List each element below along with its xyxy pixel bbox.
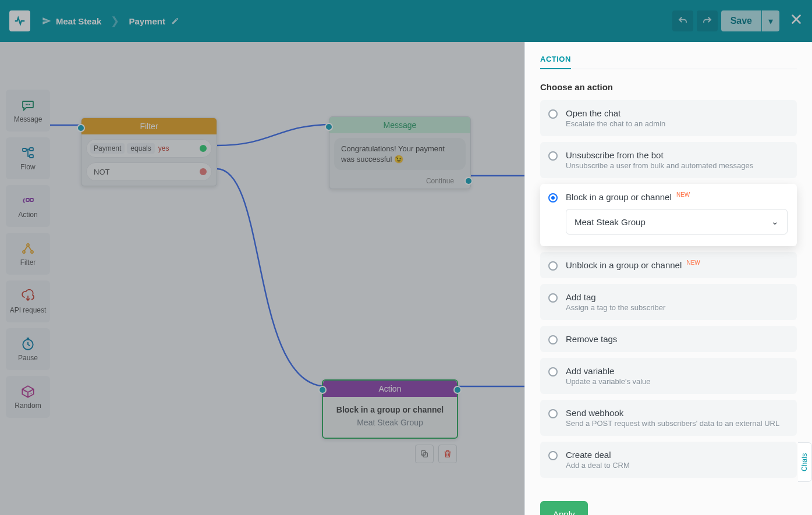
message-continue-port[interactable]: [464, 177, 473, 185]
opt-add-tag-label: Add tag: [566, 292, 788, 302]
node-filter-port-in[interactable]: [77, 124, 85, 132]
message-continue-label: Continue: [426, 177, 454, 185]
undo-button[interactable]: [672, 10, 693, 31]
duplicate-node-button[interactable]: [415, 445, 434, 463]
save-button[interactable]: Save: [721, 10, 761, 31]
opt-create-deal-radio[interactable]: [548, 451, 558, 460]
opt-add-tag[interactable]: Add tag Assign a tag to the subscriber: [540, 284, 797, 320]
chats-tab-label: Chats: [801, 453, 809, 471]
svg-rect-6: [30, 148, 33, 151]
filter-cond-var: Payment: [90, 143, 125, 154]
chats-tab[interactable]: Chats: [798, 442, 812, 482]
node-action-tools: [415, 445, 457, 463]
opt-open-chat-radio[interactable]: [548, 109, 558, 119]
node-action-body: Block in a group or channel Meat Steak G…: [323, 397, 457, 438]
breadcrumb: Meat Steak ❯ Payment: [42, 15, 179, 27]
panel-divider: [540, 69, 797, 69]
svg-rect-8: [26, 198, 29, 201]
filter-not-row[interactable]: NOT: [86, 162, 212, 181]
block-group-select[interactable]: Meat Steak Group ⌄: [566, 209, 788, 235]
opt-webhook-desc: Send a POST request with subscribers' da…: [566, 419, 788, 428]
svg-rect-5: [23, 148, 26, 151]
tool-pause-label: Pause: [18, 354, 38, 362]
panel-subtitle: Choose an action: [540, 82, 797, 92]
flow-icon: [19, 145, 37, 161]
opt-webhook-radio[interactable]: [548, 409, 558, 418]
filter-cond-val: yes: [158, 144, 169, 152]
opt-unsubscribe-desc: Unsubscribe a user from bulk and automat…: [566, 161, 788, 170]
opt-unsubscribe[interactable]: Unsubscribe from the bot Unsubscribe a u…: [540, 142, 797, 178]
apply-button[interactable]: Apply: [540, 501, 588, 515]
tool-random-label: Random: [15, 402, 41, 410]
tool-filter[interactable]: Filter: [6, 233, 50, 275]
opt-webhook[interactable]: Send webhook Send a POST request with su…: [540, 400, 797, 436]
tool-message[interactable]: Message: [6, 90, 50, 132]
svg-point-12: [31, 251, 33, 253]
opt-block-label: Block in a group or channel NEW: [566, 192, 788, 202]
opt-unblock-label: Unblock in a group or channel NEW: [566, 260, 788, 270]
opt-create-deal[interactable]: Create deal Add a deal to CRM: [540, 442, 797, 478]
opt-block-label-text: Block in a group or channel: [566, 192, 672, 202]
action-line1: Block in a group or channel: [329, 405, 451, 414]
tool-action[interactable]: Action: [6, 185, 50, 227]
svg-point-10: [27, 244, 29, 246]
action-icon: [19, 193, 37, 208]
node-action-port-out[interactable]: [453, 386, 462, 394]
opt-open-chat[interactable]: Open the chat Escalate the chat to an ad…: [540, 100, 797, 136]
redo-button[interactable]: [697, 10, 718, 31]
opt-unsubscribe-radio[interactable]: [548, 151, 558, 161]
opt-open-chat-label: Open the chat: [566, 108, 788, 118]
breadcrumb-flow-label: Payment: [129, 16, 165, 26]
node-message-title: Message: [329, 117, 470, 133]
opt-create-deal-desc: Add a deal to CRM: [566, 461, 788, 470]
node-action-port-in[interactable]: [318, 386, 327, 394]
opt-create-deal-label: Create deal: [566, 450, 788, 460]
header: Meat Steak ❯ Payment Save ▾: [0, 0, 812, 42]
close-icon[interactable]: [790, 13, 803, 29]
opt-add-variable[interactable]: Add variable Update a variable's value: [540, 358, 797, 394]
opt-unsubscribe-label: Unsubscribe from the bot: [566, 150, 788, 160]
save-button-label: Save: [731, 16, 752, 26]
filter-cond-op: equals: [127, 143, 154, 154]
node-message-port-in[interactable]: [325, 123, 333, 131]
opt-remove-tags[interactable]: Remove tags: [540, 326, 797, 352]
filter-condition-row[interactable]: Payment equals yes: [86, 139, 212, 158]
new-badge: NEW: [686, 260, 700, 266]
opt-block-radio[interactable]: [548, 193, 558, 203]
tool-flow[interactable]: Flow: [6, 137, 50, 179]
node-action[interactable]: Action Block in a group or channel Meat …: [322, 379, 458, 439]
filter-not-label: NOT: [90, 168, 109, 176]
message-bubble: Congratulations! Your payment was succes…: [334, 138, 466, 170]
svg-point-14: [24, 390, 26, 392]
opt-add-tag-radio[interactable]: [548, 293, 558, 303]
opt-block[interactable]: Block in a group or channel NEW Meat Ste…: [540, 184, 797, 246]
svg-rect-9: [30, 198, 33, 201]
save-dropdown[interactable]: ▾: [762, 10, 779, 31]
node-filter[interactable]: Filter Payment equals yes NOT: [81, 118, 217, 186]
breadcrumb-flow[interactable]: Payment: [129, 16, 179, 26]
filter-port-true[interactable]: [200, 145, 207, 152]
breadcrumb-bot[interactable]: Meat Steak: [42, 16, 101, 26]
save-group: Save ▾: [721, 10, 779, 31]
tool-message-label: Message: [14, 115, 42, 123]
opt-add-variable-radio[interactable]: [548, 367, 558, 377]
node-message[interactable]: Message Congratulations! Your payment wa…: [329, 116, 471, 189]
breadcrumb-bot-label: Meat Steak: [56, 16, 101, 26]
opt-add-variable-label: Add variable: [566, 366, 788, 376]
opt-open-chat-desc: Escalate the chat to an admin: [566, 119, 788, 128]
opt-add-variable-desc: Update a variable's value: [566, 377, 788, 386]
opt-unblock-radio[interactable]: [548, 261, 558, 271]
panel-tab-label[interactable]: ACTION: [540, 55, 571, 69]
tool-column: Message Flow Action Filter API request P…: [6, 90, 50, 418]
tool-random[interactable]: Random: [6, 376, 50, 418]
filter-icon: [19, 241, 37, 256]
svg-rect-7: [30, 155, 33, 158]
node-action-title: Action: [323, 381, 457, 397]
delete-node-button[interactable]: [438, 445, 457, 463]
opt-unblock[interactable]: Unblock in a group or channel NEW: [540, 252, 797, 278]
tool-api[interactable]: API request: [6, 280, 50, 322]
tool-pause[interactable]: Pause: [6, 328, 50, 370]
app-logo[interactable]: [9, 10, 30, 31]
filter-port-false[interactable]: [200, 168, 207, 175]
opt-remove-tags-radio[interactable]: [548, 335, 558, 344]
